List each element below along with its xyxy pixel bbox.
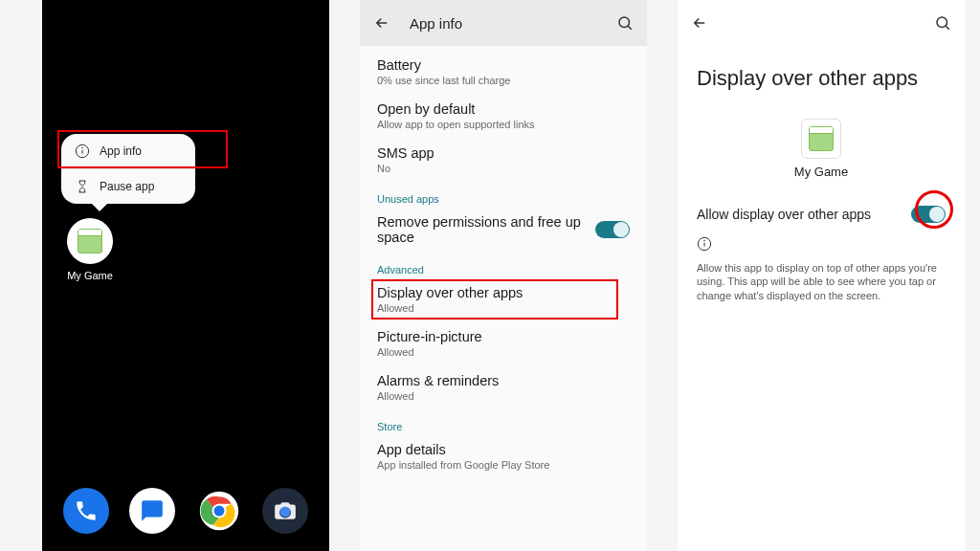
row-sub: 0% use since last full charge	[377, 75, 630, 86]
row-sub: No	[377, 163, 630, 174]
page-title: Display over other apps	[678, 46, 965, 92]
long-press-popup: App info Pause app	[61, 134, 195, 204]
app-label: My Game	[56, 270, 124, 281]
row-app-details[interactable]: App details App installed from Google Pl…	[360, 434, 647, 478]
chrome-icon[interactable]	[196, 488, 242, 534]
hourglass-icon	[75, 179, 90, 194]
row-title: Picture-in-picture	[377, 329, 630, 344]
app-block: My Game	[678, 119, 965, 179]
search-icon[interactable]	[934, 14, 951, 32]
svg-line-7	[628, 26, 632, 30]
row-sub: Allowed	[377, 390, 630, 402]
toggle-allow-display-over[interactable]	[911, 206, 946, 223]
svg-point-6	[619, 17, 630, 28]
row-sub: Allowed	[377, 302, 630, 314]
home-screen: App info Pause app My Game	[42, 0, 329, 551]
row-title: Remove permissions and free up space	[377, 214, 586, 245]
app-info-screen: App info Battery 0% use since last full …	[360, 0, 647, 551]
topbar: App info	[360, 0, 647, 46]
app-info-label: App info	[100, 144, 142, 158]
row-sub: Allowed	[377, 346, 630, 358]
row-title: Open by default	[377, 101, 630, 117]
app-name: My Game	[678, 165, 965, 179]
row-remove-permissions[interactable]: Remove permissions and free up space	[360, 207, 647, 253]
page-title: App info	[410, 15, 462, 32]
row-sub: App installed from Google Play Store	[377, 459, 630, 471]
row-alarms[interactable]: Alarms & reminders Allowed	[360, 365, 647, 409]
description: Allow this app to display on top of othe…	[678, 255, 965, 310]
pause-app-label: Pause app	[100, 180, 154, 193]
header-advanced: Advanced	[360, 253, 647, 277]
back-icon[interactable]	[373, 14, 390, 32]
settings-list: Battery 0% use since last full charge Op…	[360, 46, 647, 478]
row-sub: Allow app to open supported links	[377, 119, 630, 130]
back-icon[interactable]	[691, 14, 708, 32]
phone-icon[interactable]	[63, 488, 109, 534]
toggle-label: Allow display over other apps	[697, 207, 900, 222]
header-unused: Unused apps	[360, 182, 647, 207]
row-display-over-apps[interactable]: Display over other apps Allowed	[360, 277, 647, 321]
messages-icon[interactable]	[129, 488, 175, 534]
row-title: App details	[377, 442, 630, 457]
app-icon	[67, 218, 113, 264]
row-sms[interactable]: SMS app No	[360, 138, 647, 182]
row-open-default[interactable]: Open by default Allow app to open suppor…	[360, 94, 647, 138]
row-battery[interactable]: Battery 0% use since last full charge	[360, 50, 647, 94]
svg-point-8	[937, 17, 947, 28]
home-app-mygame[interactable]: My Game	[56, 218, 124, 281]
info-icon	[75, 143, 90, 159]
row-title: SMS app	[377, 145, 630, 161]
app-info-menu-item[interactable]: App info	[61, 134, 195, 168]
display-over-apps-screen: Display over other apps My Game Allow di…	[678, 0, 965, 551]
row-title: Alarms & reminders	[377, 373, 630, 388]
search-icon[interactable]	[616, 14, 634, 32]
svg-point-2	[82, 147, 83, 148]
permission-row: Allow display over other apps	[678, 188, 965, 231]
svg-point-12	[704, 240, 705, 241]
info-icon	[678, 231, 965, 255]
popup-tail	[90, 202, 109, 211]
svg-line-9	[946, 26, 949, 30]
row-pip[interactable]: Picture-in-picture Allowed	[360, 321, 647, 365]
pause-app-menu-item[interactable]: Pause app	[61, 168, 195, 204]
row-title: Battery	[377, 57, 630, 73]
row-title: Display over other apps	[377, 285, 630, 300]
topbar	[678, 0, 965, 46]
header-store: Store	[360, 409, 647, 434]
toggle-remove-permissions[interactable]	[595, 221, 630, 238]
dock	[42, 488, 329, 534]
camera-icon[interactable]	[262, 488, 308, 534]
app-icon	[801, 119, 841, 159]
